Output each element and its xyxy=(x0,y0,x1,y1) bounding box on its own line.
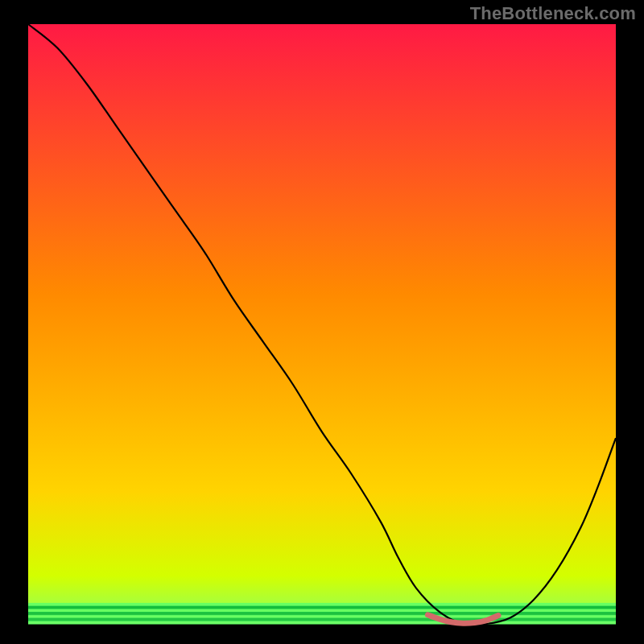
bottleneck-chart xyxy=(0,0,644,644)
plot-background xyxy=(28,24,616,624)
watermark-text: TheBottleneck.com xyxy=(470,3,636,24)
chart-frame: TheBottleneck.com xyxy=(0,0,644,644)
svg-rect-6 xyxy=(28,621,616,624)
